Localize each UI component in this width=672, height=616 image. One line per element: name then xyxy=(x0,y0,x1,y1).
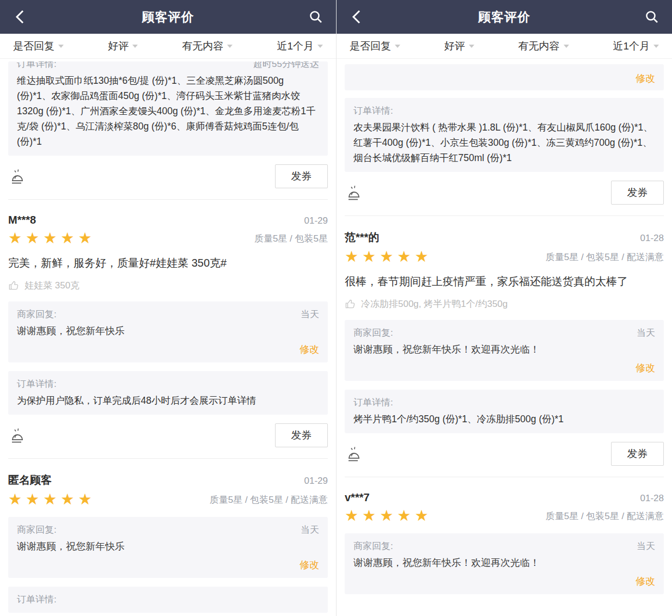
merchant-reply-text: 谢谢惠顾，祝您新年快乐！欢迎再次光临！ xyxy=(353,342,655,357)
review-text: 很棒，春节期间赶上疫情严重，家乐福还能送货真的太棒了 xyxy=(345,273,664,290)
merchant-reply-box: 商家回复: 当天 谢谢惠顾，祝您新年快乐 修改 xyxy=(8,517,328,578)
chevron-down-icon xyxy=(653,45,659,48)
search-icon xyxy=(645,10,659,24)
edit-reply-link[interactable]: 修改 xyxy=(353,575,655,588)
chevron-down-icon xyxy=(227,45,233,48)
merchant-reply-box-partial: 修改 xyxy=(345,64,664,90)
chevron-down-icon xyxy=(317,45,323,48)
review-card: 范***的 01-28 ★★★★★ 质量5星 / 包装5星 / 配送满意 很棒，… xyxy=(345,216,664,477)
siren-icon xyxy=(8,167,27,186)
search-button[interactable] xyxy=(644,9,660,25)
edit-reply-link[interactable]: 修改 xyxy=(636,72,655,85)
star-rating: ★★★★★ xyxy=(8,231,96,246)
order-details-label: 订单详情: xyxy=(17,61,57,71)
chevron-left-icon xyxy=(14,9,27,24)
merchant-reply-label: 商家回复: xyxy=(353,540,393,553)
thumbs-up-icon xyxy=(8,280,20,291)
merchant-reply-label: 商家回复: xyxy=(17,523,57,537)
rating-detail-text: 质量5星 / 包装5星 / 配送满意 xyxy=(210,494,328,506)
filter-has-content[interactable]: 有无内容 xyxy=(182,39,233,53)
alarm-button[interactable] xyxy=(8,167,27,186)
chevron-down-icon xyxy=(395,45,400,48)
merchant-reply-label: 商家回复: xyxy=(17,308,57,321)
chevron-down-icon xyxy=(58,45,64,48)
back-button[interactable] xyxy=(349,9,365,25)
reviewer-name: v***7 xyxy=(345,491,370,504)
order-items-text: 农夫果园果汁饮料 ( 热带水果 )1.8L (份)*1、有友山椒凤爪160g (… xyxy=(353,120,655,165)
order-details-box: 订单详情: 超时55分钟送达 维达抽取式面巾纸130抽*6包/提 (份)*1、三… xyxy=(8,61,328,156)
order-items-text: 维达抽取式面巾纸130抽*6包/提 (份)*1、三全凌黑芝麻汤圆500g (份)… xyxy=(17,73,319,149)
rating-detail-text: 质量5星 / 包装5星 / 配送满意 xyxy=(546,510,664,522)
filter-label: 近1个月 xyxy=(613,39,650,53)
review-list: 订单详情: 超时55分钟送达 维达抽取式面巾纸130抽*6包/提 (份)*1、三… xyxy=(0,61,336,613)
alarm-button[interactable] xyxy=(345,183,363,202)
order-details-label: 订单详情: xyxy=(353,396,393,409)
reviewer-name: 范***的 xyxy=(345,230,379,245)
filter-rating-type[interactable]: 好评 xyxy=(108,39,138,53)
filter-label: 好评 xyxy=(444,39,465,53)
filter-label: 近1个月 xyxy=(277,39,314,53)
back-button[interactable] xyxy=(12,9,28,25)
review-card: M***8 01-29 ★★★★★ 质量5星 / 包装5星 完美，新鲜，服务好，… xyxy=(8,200,328,459)
page-title: 顾客评价 xyxy=(0,9,336,26)
review-date: 01-28 xyxy=(640,493,664,504)
merchant-reply-text: 谢谢惠顾，祝您新年快乐 xyxy=(17,539,319,554)
product-tag-text: 冷冻肋排500g, 烤半片鸭1个/约350g xyxy=(361,298,508,310)
review-date: 01-28 xyxy=(640,233,664,244)
review-date: 01-29 xyxy=(304,476,328,486)
app-header: 顾客评价 xyxy=(0,0,336,34)
order-details-label: 订单详情: xyxy=(353,104,393,118)
review-card: v***7 01-28 ★★★★★ 质量5星 / 包装5星 / 配送满意 商家回… xyxy=(345,477,664,594)
product-tag-text: 娃娃菜 350克 xyxy=(25,279,80,292)
rating-detail-text: 质量5星 / 包装5星 xyxy=(254,232,328,245)
issue-coupon-button[interactable]: 发券 xyxy=(611,442,664,466)
filter-time-range[interactable]: 近1个月 xyxy=(277,39,323,53)
card-actions: 发券 xyxy=(345,442,664,466)
filter-bar: 是否回复 好评 有无内容 近1个月 xyxy=(337,34,672,59)
star-rating: ★★★★★ xyxy=(345,508,432,523)
issue-coupon-button[interactable]: 发券 xyxy=(611,181,664,205)
edit-reply-link[interactable]: 修改 xyxy=(17,558,319,571)
chevron-down-icon xyxy=(132,45,138,48)
issue-coupon-button[interactable]: 发券 xyxy=(275,423,328,447)
filter-has-content[interactable]: 有无内容 xyxy=(518,39,569,53)
filter-label: 是否回复 xyxy=(13,39,54,53)
reply-time: 当天 xyxy=(301,308,319,321)
order-details-box: 订单详情: 烤半片鸭1个/约350g (份)*1、冷冻肋排500g (份)*1 xyxy=(345,390,664,433)
merchant-reply-box: 商家回复: 当天 谢谢惠顾，祝您新年快乐！欢迎再次光临！ 修改 xyxy=(345,533,664,594)
page-title: 顾客评价 xyxy=(337,9,672,26)
chevron-down-icon xyxy=(469,45,474,48)
card-actions: 发券 xyxy=(8,423,328,447)
merchant-reply-label: 商家回复: xyxy=(353,327,393,340)
reply-time: 当天 xyxy=(637,327,655,340)
panel-right: 顾客评价 是否回复 好评 有无内容 近1个月 xyxy=(336,0,672,616)
alarm-button[interactable] xyxy=(345,445,363,463)
merchant-reply-text: 谢谢惠顾，祝您新年快乐！欢迎再次光临！ xyxy=(353,555,655,570)
filter-rating-type[interactable]: 好评 xyxy=(444,39,474,53)
edit-reply-link[interactable]: 修改 xyxy=(353,361,655,374)
order-details-label: 订单详情: xyxy=(17,593,57,606)
filter-time-range[interactable]: 近1个月 xyxy=(613,39,659,53)
review-text: 完美，新鲜，服务好，质量好#娃娃菜 350克# xyxy=(8,255,328,272)
review-date: 01-29 xyxy=(304,215,328,226)
product-tag: 冷冻肋排500g, 烤半片鸭1个/约350g xyxy=(345,298,664,310)
issue-coupon-button[interactable]: 发券 xyxy=(275,164,328,188)
search-button[interactable] xyxy=(308,9,324,25)
order-details-box: 订单详情: 为保护用户隐私，订单完成后48小时后才会展示订单详情 xyxy=(8,371,328,415)
merchant-reply-box: 商家回复: 当天 谢谢惠顾，祝您新年快乐 修改 xyxy=(8,301,328,362)
merchant-reply-box: 商家回复: 当天 谢谢惠顾，祝您新年快乐！欢迎再次光临！ 修改 xyxy=(345,320,664,381)
order-details-box: 订单详情: 农夫果园果汁饮料 ( 热带水果 )1.8L (份)*1、有友山椒凤爪… xyxy=(345,98,664,172)
order-details-box: 订单详情: xyxy=(8,587,328,613)
filter-reply-status[interactable]: 是否回复 xyxy=(13,39,64,53)
delivery-status: 超时55分钟送达 xyxy=(253,61,319,71)
card-actions: 发券 xyxy=(8,164,328,188)
dual-screenshot-container: 顾客评价 是否回复 好评 有无内容 近1个月 xyxy=(0,0,672,616)
reply-time: 当天 xyxy=(301,523,319,537)
filter-reply-status[interactable]: 是否回复 xyxy=(350,39,400,53)
alarm-button[interactable] xyxy=(8,426,27,445)
thumbs-up-icon xyxy=(345,298,356,310)
edit-reply-link[interactable]: 修改 xyxy=(17,343,319,356)
star-rating: ★★★★★ xyxy=(345,249,432,264)
order-details-label: 订单详情: xyxy=(17,378,57,391)
siren-icon xyxy=(8,426,27,445)
